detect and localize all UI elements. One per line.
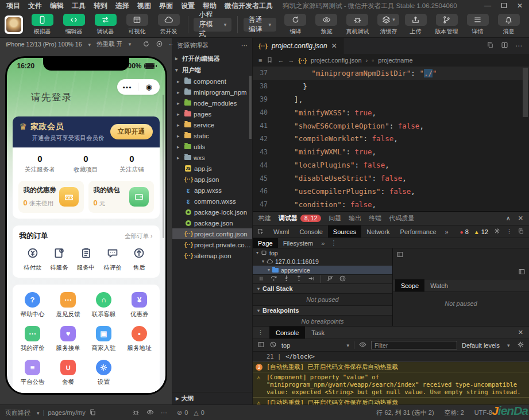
pause-on-exceptions-icon[interactable] — [339, 275, 346, 283]
tree-item-utils[interactable]: ▸utils — [172, 141, 252, 152]
action-upload-button[interactable]: 上传 — [402, 14, 429, 36]
tree-item-component[interactable]: ▸component — [172, 76, 252, 87]
section-Call Stack[interactable]: ▾Call Stack — [253, 284, 392, 294]
grid-item-1[interactable]: ⋯意见反馈 — [51, 292, 86, 318]
dock-left-icon[interactable] — [396, 251, 404, 259]
debugger-tab-问题[interactable]: 问题 — [329, 214, 341, 223]
order-status-orderwait[interactable]: 待服务 — [46, 247, 72, 272]
tree-item-sitemap.json[interactable]: {··}sitemap.json — [172, 250, 252, 261]
close-tab-icon[interactable]: ✕ — [331, 42, 337, 50]
minimize-capsule-icon[interactable]: ◉ — [138, 83, 160, 91]
source-node-127.0.0.1:16019[interactable]: ▾127.0.0.1:16019 — [253, 257, 392, 266]
capsule-menu[interactable]: ••• ◉ — [117, 79, 160, 95]
source-node-appservice[interactable]: ▾appservice — [253, 266, 392, 274]
order-status-orderpay[interactable]: 待付款 — [20, 247, 46, 272]
clear-console-icon[interactable] — [269, 341, 277, 349]
sources-tab-Filesystem[interactable]: Filesystem — [278, 238, 319, 248]
devtools-kebab-icon[interactable]: ⋮ — [506, 228, 512, 235]
step-icon[interactable] — [308, 275, 315, 283]
more-tabs-icon[interactable]: » — [442, 225, 452, 238]
order-status-orderdoing[interactable]: 服务中 — [72, 247, 99, 272]
order-status-orderrate[interactable]: 待评价 — [99, 247, 126, 272]
tree-item-service[interactable]: ▸service — [172, 119, 252, 130]
wallet-card[interactable]: 我的优惠券0张未使用 — [18, 181, 84, 213]
problems-counts[interactable]: ⊘ 0 △ 0 — [172, 409, 253, 417]
tree-item-package.json[interactable]: package.json — [172, 217, 252, 228]
sources-tab-Page[interactable]: Page — [253, 238, 278, 248]
action-lines-button[interactable]: 详情 — [464, 14, 491, 36]
outline-section[interactable]: ▸大纲 — [172, 392, 252, 405]
grid-item-8[interactable]: ≡平台公告 — [15, 360, 51, 386]
grid-item-10[interactable]: 设置 — [86, 360, 122, 386]
tree-item-wxs[interactable]: ▸wxs — [172, 152, 252, 163]
console-settings-icon[interactable] — [517, 341, 524, 349]
mode-select[interactable]: 小程序模式 ▾ — [194, 18, 231, 32]
close-button[interactable]: ✕ — [513, 2, 527, 10]
tree-item-common.wxss[interactable]: εcommon.wxss — [172, 196, 252, 207]
indent-setting[interactable]: 空格: 2 — [445, 409, 464, 417]
tree-item-project.config.json[interactable]: {··}project.config.json — [172, 228, 252, 239]
grid-item-7[interactable]: •服务地址 — [122, 326, 157, 352]
devtools-tab-Console[interactable]: Console — [295, 225, 328, 238]
menu-item-2[interactable]: 编辑 — [46, 1, 68, 11]
debugger-tab-代码质量[interactable]: 代码质量 — [389, 214, 414, 223]
grid-item-3[interactable]: ¥优惠券 — [122, 292, 157, 318]
grid-item-2[interactable]: ∩联系客服 — [86, 292, 122, 318]
editor-more-icon[interactable]: ⋯ — [515, 42, 522, 50]
encoding[interactable]: UTF-8 — [474, 409, 492, 416]
tree-item-pages[interactable]: ▸pages — [172, 108, 252, 119]
more-dots-icon[interactable]: ••• — [117, 84, 138, 91]
section-Breakpoints[interactable]: ▾Breakpoints — [253, 306, 392, 316]
source-node-top[interactable]: ▾top — [253, 248, 392, 257]
forward-icon[interactable]: → — [288, 57, 294, 64]
tree-item-project.private.config.json[interactable]: {··}project.private.config.json — [172, 239, 252, 250]
filter-input[interactable] — [371, 341, 457, 349]
grid-item-4[interactable]: ⋯我的评价 — [15, 326, 51, 352]
path-more-icon[interactable]: ⋯ — [161, 409, 167, 417]
split-editor-icon[interactable] — [501, 41, 508, 50]
code-editor[interactable]: 37 "miniprogramNpmDistDir": "./"38 }39 ]… — [253, 67, 529, 211]
back-icon[interactable]: ← — [277, 57, 284, 64]
open-preview-icon[interactable] — [486, 41, 494, 50]
menu-item-3[interactable]: 工具 — [68, 1, 90, 11]
eye-icon[interactable] — [359, 341, 366, 349]
dock-bottom-icon[interactable] — [518, 268, 526, 277]
action-branch-button[interactable]: 版本管理 — [433, 14, 460, 36]
action-refresh-button[interactable]: 编译 — [282, 14, 309, 36]
preview-eye-icon[interactable] — [146, 409, 154, 417]
tree-item-node_modules[interactable]: ▸node_modules — [172, 98, 252, 108]
devtools-tab-Wxml[interactable]: Wxml — [268, 225, 295, 238]
menu-item-8[interactable]: 设置 — [177, 1, 199, 11]
console-log-area[interactable]: 21 |</block>2[自动热重载] 已开启代码文件保存后自动热重载⚠[Co… — [253, 352, 529, 405]
page-path-label[interactable]: 页面路径 ▾ — [5, 409, 40, 417]
menu-item-5[interactable]: 选择 — [111, 1, 133, 11]
menu-item-4[interactable]: 转到 — [90, 1, 111, 11]
action-bell-button[interactable]: 消息 — [495, 14, 522, 36]
more-tabs-icon[interactable]: » — [318, 238, 327, 248]
toolbar-code-button[interactable]: 编辑器 — [60, 14, 87, 36]
stat-item[interactable]: 0关注店铺 — [109, 154, 155, 174]
devtools-settings-icon[interactable] — [493, 227, 501, 236]
menu-item-7[interactable]: 界面 — [155, 1, 177, 11]
scope-tab-Watch[interactable]: Watch — [424, 279, 454, 291]
step-into-icon[interactable] — [283, 275, 290, 283]
menu-item-0[interactable]: 项目 — [2, 1, 24, 11]
stat-item[interactable]: 0收藏项目 — [63, 154, 109, 174]
console-tab-Console[interactable]: Console — [269, 326, 305, 339]
menu-item-1[interactable]: 文件 — [24, 1, 46, 11]
action-eye-button[interactable]: 预览 — [313, 14, 340, 36]
step-out-icon[interactable] — [295, 275, 303, 283]
breadcrumb-file[interactable]: project.config.json — [311, 57, 362, 64]
tree-item-app.js[interactable]: JSapp.js — [172, 163, 252, 174]
debugger-tab-构建[interactable]: 构建 — [258, 214, 271, 223]
phone-scrollbar[interactable] — [163, 95, 164, 238]
minimize-button[interactable]: — — [481, 2, 495, 10]
grid-item-5[interactable]: ♥服务接单 — [51, 326, 86, 352]
cursor-position[interactable]: 行 62, 列 31 (选中 2) — [376, 409, 434, 417]
toolbar-phone-button[interactable]: 模拟器 — [29, 14, 56, 36]
action-bug-button[interactable]: 真机调试 — [344, 14, 371, 36]
tree-item-static[interactable]: ▸static — [172, 130, 252, 141]
device-select[interactable]: iPhone 12/13 (Pro) 100% 16 ▾ — [6, 41, 91, 48]
hot-reload-toggle[interactable]: 热重载 开 ▾ — [96, 40, 131, 48]
maximize-button[interactable] — [497, 2, 511, 10]
